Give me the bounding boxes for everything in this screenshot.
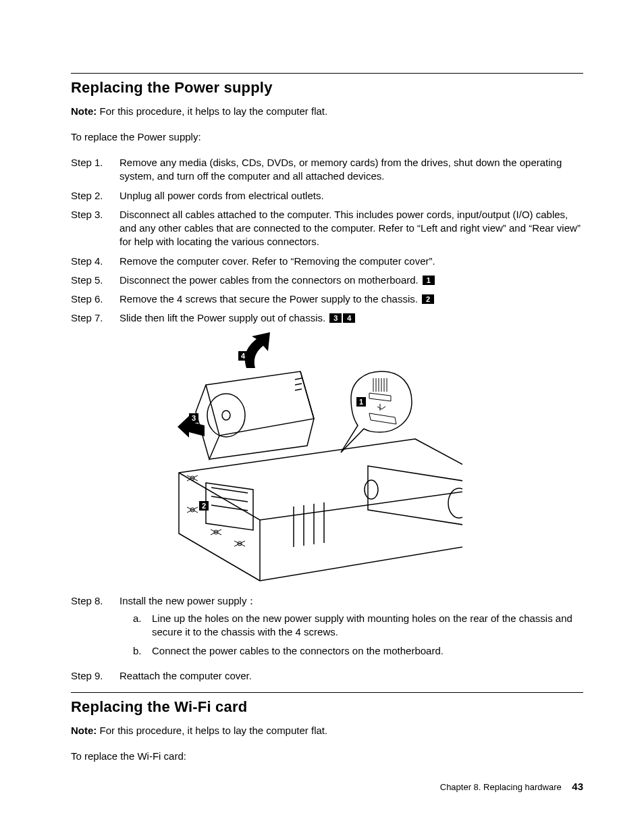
step-body: Remove the 4 screws that secure the Powe… [119,292,583,306]
step-row: Step 1. Remove any media (disks, CDs, DV… [71,156,583,184]
step-body: Disconnect all cables attached to the co… [119,208,583,249]
figure-callout-4: 4 [238,351,248,361]
note-paragraph: Note: For this procedure, it helps to la… [71,724,583,737]
sub-step-row: a. Line up the holes on the new power su… [119,612,583,640]
section-heading-wifi-card: Replacing the Wi-Fi card [71,697,583,717]
diagram-svg [125,331,462,588]
step-row: Step 7. Slide then lift the Power supply… [71,311,583,325]
sub-steps: a. Line up the holes on the new power su… [119,612,583,658]
callout-box: 3 [329,313,342,323]
document-page: Replacing the Power supply Note: For thi… [0,0,644,834]
step-label: Step 9. [71,669,119,683]
step-row: Step 2. Unplug all power cords from elec… [71,189,583,203]
intro-text: To replace the Power supply: [71,130,583,144]
step-row: Step 3. Disconnect all cables attached t… [71,208,583,249]
step-row: Step 6. Remove the 4 screws that secure … [71,292,583,306]
step-body: Remove any media (disks, CDs, DVDs, or m… [119,156,583,184]
step-label: Step 1. [71,156,119,170]
step-body: Install the new power supply： a. Line up… [119,594,583,664]
step-body: Reattach the computer cover. [119,669,583,683]
note-paragraph: Note: For this procedure, it helps to la… [71,105,583,118]
step-label: Step 8. [71,594,119,608]
step-body: Disconnect the power cables from the con… [119,273,583,287]
steps-list: Step 1. Remove any media (disks, CDs, DV… [71,156,583,325]
figure-callout-1: 1 [356,397,366,407]
callout-box: 2 [422,294,434,304]
note-text: For this procedure, it helps to lay the … [97,725,327,736]
step-label: Step 5. [71,273,119,287]
sub-step-label: b. [133,644,152,658]
callout-box: 1 [423,276,435,285]
step-row: Step 4. Remove the computer cover. Refer… [71,255,583,268]
step-row: Step 9. Reattach the computer cover. [71,669,583,683]
callout-box: 4 [343,313,355,323]
footer-chapter: Chapter 8. Replacing hardware [440,782,562,792]
step-body: Remove the computer cover. Refer to “Rem… [119,255,583,268]
figure-callout-3: 3 [189,413,198,423]
svg-point-1 [365,480,378,499]
step-label: Step 7. [71,311,119,325]
page-footer: Chapter 8. Replacing hardware 43 [440,780,583,793]
step-body: Slide then lift the Power supply out of … [119,311,583,325]
note-label: Note: [71,725,97,736]
step-label: Step 3. [71,208,119,221]
note-text: For this procedure, it helps to lay the … [97,105,327,117]
note-label: Note: [71,105,97,117]
section-rule [71,692,583,693]
power-supply-diagram: 1 2 3 4 [125,331,462,588]
sub-step-label: a. [133,612,152,625]
figure-callout-2: 2 [199,501,209,511]
step-label: Step 4. [71,255,119,268]
step-label: Step 6. [71,292,119,306]
step-label: Step 2. [71,189,119,203]
step-row: Step 8. Install the new power supply： a.… [71,594,583,664]
sub-step-text: Connect the power cables to the connecto… [152,644,444,658]
footer-page-number: 43 [572,781,583,792]
section-heading-power-supply: Replacing the Power supply [71,78,583,98]
sub-step-text: Line up the holes on the new power suppl… [152,612,583,640]
section-rule [71,73,583,74]
steps-list-after-figure: Step 8. Install the new power supply： a.… [71,594,583,683]
intro-text: To replace the Wi-Fi card: [71,750,583,763]
step-row: Step 5. Disconnect the power cables from… [71,273,583,287]
step-body: Unplug all power cords from electrical o… [119,189,583,203]
sub-step-row: b. Connect the power cables to the conne… [119,644,583,658]
